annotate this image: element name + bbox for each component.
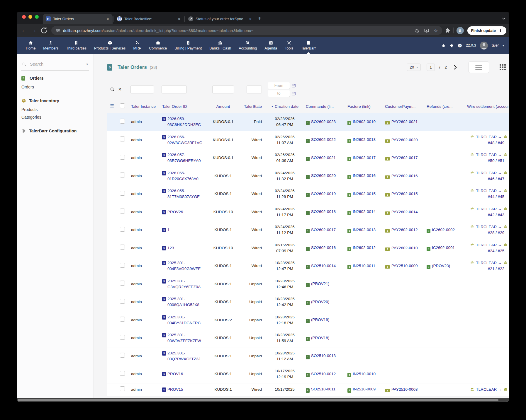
commande-link[interactable]: ≡(PROV20) (306, 300, 329, 304)
payment-link[interactable]: $PAY2602-0021 (385, 119, 418, 124)
next-page-button[interactable] (452, 64, 458, 70)
table-row[interactable]: admin$2026.055-01R20G8X768A0KUDOS:1Wired… (107, 167, 509, 185)
tab-close-icon[interactable]: × (249, 17, 252, 21)
tab-close-icon[interactable]: × (106, 17, 110, 21)
col-facture[interactable]: Facture (link) (345, 101, 383, 113)
sidebar-link-categories[interactable]: Categories (21, 112, 89, 120)
sidebar-link-products[interactable]: Products (21, 105, 89, 112)
table-row[interactable]: admin$2026.059-03C8HK2DDH2ECKUDOS:0.1Pai… (107, 113, 509, 131)
commande-link[interactable]: ≡SO2602-0022 (306, 137, 336, 142)
browser-tab[interactable]: Taler Backoffice:× (114, 14, 184, 24)
select-all-checkbox[interactable] (120, 103, 125, 108)
nav-item-banks-cash[interactable]: Banks | Cash (206, 37, 235, 54)
commande-link[interactable]: ≡SO2510-0014 (306, 264, 336, 268)
filter-date-to-input[interactable] (268, 90, 290, 97)
wire-refs[interactable]: #50 / #51 (488, 158, 504, 163)
row-checkbox[interactable] (120, 136, 125, 141)
filter-date-from-input[interactable] (268, 82, 290, 89)
wire-line[interactable]: TLRCLEAR → taler_te (469, 135, 509, 139)
col-customer-payment[interactable]: CustomerPaym... (383, 101, 424, 113)
table-row[interactable]: admin$1KUDOS:1Wired02/24/202611:12 PM≡SO… (107, 221, 509, 239)
nav-item-mrp[interactable]: MRP (129, 37, 145, 54)
nav-item-home[interactable]: Home (22, 37, 39, 54)
grid-view-icon[interactable] (500, 64, 506, 70)
order-id-link[interactable]: $PROV16 (162, 371, 205, 377)
order-id-link[interactable]: $2025.301-004F3VG9G9WFE (162, 260, 205, 272)
wire-refs[interactable]: #28 / #29 (488, 231, 504, 235)
commande-link[interactable]: ≡SO2602-0023 (306, 119, 336, 124)
user-name[interactable]: taler (492, 43, 499, 47)
row-checkbox[interactable] (120, 335, 125, 340)
payment-link[interactable]: $PAY2602-0015 (385, 192, 418, 196)
sidebar-section-title[interactable]: TalerBarr Configuration (21, 129, 89, 133)
commande-link[interactable]: ≡SO2510-0013 (306, 354, 336, 358)
nav-item-tools[interactable]: Tools (281, 37, 297, 54)
row-checkbox[interactable] (120, 191, 125, 196)
commande-link[interactable]: ≡SO2602-0021 (306, 156, 336, 160)
filter-clear-icon[interactable]: ✕ (118, 87, 122, 92)
col-talerstate[interactable]: TalerState (239, 101, 266, 113)
order-id-link[interactable]: $PROV15 (162, 387, 205, 392)
finish-update-button[interactable]: Finish update ⋮ (467, 26, 507, 35)
payment-link[interactable]: $PAY2602-0020 (385, 138, 418, 142)
table-row[interactable]: admin$2025.301-G3VQR2Y6FEZ0AKUDOS:1Unpai… (107, 275, 509, 293)
col-taler-instance[interactable]: Taler Instance (129, 101, 160, 113)
refund-link[interactable]: xIC2602-0001 (427, 245, 455, 250)
row-checkbox[interactable] (120, 245, 125, 250)
refund-link[interactable]: xIC2602-0002 (427, 228, 455, 232)
horizontal-scrollbar[interactable] (17, 398, 509, 402)
zoom-window-button[interactable] (35, 15, 39, 19)
new-tab-button[interactable]: + (258, 15, 262, 21)
wire-line[interactable]: TLRCLEAR → taler_te (469, 225, 509, 229)
col-creation-date[interactable]: ▲Creation date (266, 101, 303, 113)
filter-amount-input[interactable] (212, 86, 234, 93)
col-commande[interactable]: Commande (li... (303, 101, 345, 113)
commande-link[interactable]: ≡(PROV19) (306, 317, 329, 322)
order-id-link[interactable]: $1 (162, 227, 205, 233)
current-page-box[interactable]: 1 (427, 64, 435, 71)
table-row[interactable]: admin$123KUDOS:10Wired02/15/202607:39 PM… (107, 239, 509, 257)
tab-search-chevron-icon[interactable] (501, 16, 506, 21)
search-caret-icon[interactable]: ▾ (86, 62, 88, 66)
browser-menu-icon[interactable]: ⋮ (498, 28, 503, 33)
row-checkbox[interactable] (120, 299, 125, 304)
column-selector-icon[interactable] (109, 103, 114, 108)
commande-link[interactable]: ≡SO2510-0012 (306, 372, 336, 376)
table-row[interactable]: admin$2025.301-004F3VG9G9WFEKUDOS:1Wired… (107, 257, 509, 275)
facture-link[interactable]: $IN2510-0011 (347, 264, 375, 268)
wire-refs[interactable]: #24 / #25 (488, 249, 504, 253)
commande-link[interactable]: ≡(PROV21) (306, 281, 329, 286)
facture-link[interactable]: $IN2602-0017 (347, 156, 376, 160)
facture-link[interactable]: $IN2602-0014 (347, 209, 376, 214)
facture-link[interactable]: $IN2510-0010 (347, 372, 376, 376)
nav-item-accounting[interactable]: $Accounting (235, 37, 261, 54)
wire-line[interactable]: TLRCLEAR → taler_te (469, 387, 509, 392)
browser-tab[interactable]: Status of your order forSync× (185, 14, 255, 24)
facture-link[interactable]: $IN2602-0013 (347, 228, 376, 232)
filter-search-icon[interactable] (110, 87, 115, 92)
row-checkbox[interactable] (120, 173, 125, 177)
table-row[interactable]: admin$2026.055-81T7M3S07AYGEKUDOS:1Wired… (107, 185, 509, 203)
payment-link[interactable]: $PAY2510-0008 (385, 387, 418, 392)
commande-link[interactable]: ≡SO2602-0020 (306, 173, 336, 178)
order-id-link[interactable]: $2026.055-81T7M3S07AYGE (162, 188, 205, 200)
row-checkbox[interactable] (120, 209, 125, 214)
commande-link[interactable]: ≡SO2602-0018 (306, 209, 336, 214)
list-view-button[interactable] (469, 62, 489, 73)
nav-item-talerbarr[interactable]: TalerBarr (297, 37, 320, 54)
sidebar-section-title[interactable]: ≡Orders (21, 76, 89, 81)
wire-line[interactable]: TLRCLEAR → taler_te (469, 189, 509, 193)
browser-profile-avatar[interactable]: B (457, 27, 464, 34)
table-row[interactable]: admin$2026.057-03R7GG6HERYA0KUDOS:0.1Wir… (107, 149, 509, 167)
reload-button[interactable] (40, 26, 48, 35)
order-id-link[interactable]: $2026.055-01R20G8X768A0 (162, 170, 205, 182)
sidebar-link-orders[interactable]: Orders (21, 82, 89, 90)
wire-refs[interactable]: #48 / #49 (488, 141, 504, 145)
commande-link[interactable]: ≡(PROV18) (306, 336, 329, 340)
table-row[interactable]: admin$2026.056-02W8CWC3BF1VGKUDOS:0.1Wir… (107, 131, 509, 149)
order-id-link[interactable]: $2026.056-02W8CWC3BF1VG (162, 134, 205, 146)
row-checkbox[interactable] (120, 119, 125, 124)
order-id-link[interactable]: $2025.301-0008QA1HG52X8 (162, 296, 205, 308)
facture-link[interactable]: $IN2602-0015 (347, 192, 376, 196)
row-checkbox[interactable] (120, 371, 125, 376)
